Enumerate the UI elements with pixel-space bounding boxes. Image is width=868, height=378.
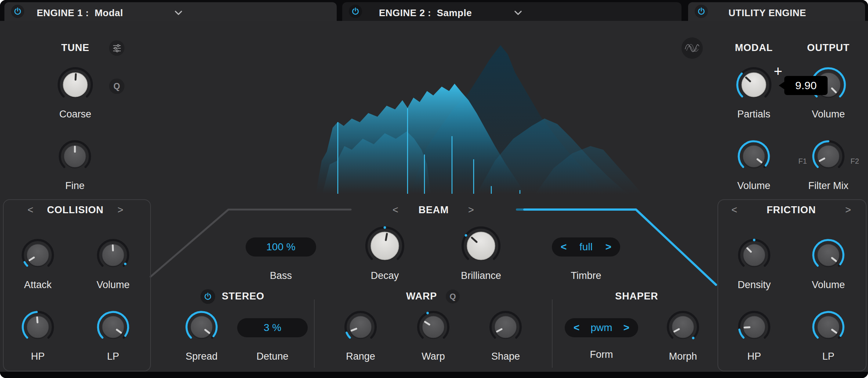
viz-mode-button[interactable] (681, 37, 703, 59)
chevron-down-icon[interactable] (174, 10, 182, 15)
chevron-down-icon[interactable] (514, 10, 522, 15)
shaper-section-title: SHAPER (615, 291, 658, 302)
detune-value: 3 % (264, 322, 281, 334)
collision-hp-knob[interactable] (19, 309, 56, 347)
wave-icon (681, 37, 703, 59)
friction-prev-button[interactable]: < (731, 204, 737, 216)
engine-2-power-button[interactable] (349, 5, 362, 18)
power-icon (203, 292, 212, 301)
fine-label: Fine (65, 180, 85, 192)
warp-shaper-divider (552, 299, 553, 368)
filter-mix-knob[interactable] (810, 138, 847, 176)
beam-section-title: BEAM (419, 204, 449, 216)
collision-hp-label: HP (31, 351, 45, 362)
morph-knob[interactable] (665, 309, 701, 347)
power-icon (13, 7, 22, 16)
brilliance-label: Brilliance (461, 270, 501, 281)
spread-label: Spread (185, 351, 217, 362)
spread-knob[interactable] (183, 309, 220, 347)
timbre-selector: < full > (552, 237, 620, 257)
power-icon (351, 7, 360, 16)
bottom-bar (0, 372, 868, 378)
timbre-next-button[interactable]: > (605, 241, 611, 253)
tab-engine-2[interactable]: ENGINE 2 : Sample (342, 2, 681, 21)
collision-attack-label: Attack (24, 279, 51, 291)
friction-hp-knob[interactable] (736, 309, 773, 347)
friction-volume-label: Volume (812, 279, 845, 291)
output-volume-label: Volume (812, 109, 845, 120)
decay-knob[interactable] (363, 224, 406, 269)
output-section-title: OUTPUT (807, 42, 850, 54)
collision-lp-knob[interactable] (95, 309, 131, 347)
brilliance-knob[interactable] (459, 224, 503, 269)
morph-label: Morph (669, 351, 697, 362)
partials-knob[interactable] (734, 65, 774, 106)
density-label: Density (738, 279, 771, 291)
tab-engine-1-label: ENGINE 1 : Modal (37, 7, 123, 19)
modal-engine-panel: ENGINE 1 : Modal ENGINE 2 : Sample UTILI… (0, 0, 868, 378)
partials-spectrum (316, 45, 642, 194)
plugin-window: ENGINE 1 : Modal ENGINE 2 : Sample UTILI… (0, 0, 868, 378)
stereo-power-button[interactable] (200, 289, 215, 304)
shape-knob[interactable] (487, 309, 524, 347)
filter-mix-label: Filter Mix (808, 180, 849, 192)
timbre-label: Timbre (571, 270, 601, 281)
bass-value: 100 % (266, 241, 295, 253)
value-tooltip: 9.90 (784, 76, 828, 95)
form-label: Form (590, 349, 613, 360)
detune-label: Detune (256, 351, 288, 362)
form-selector: < pwm > (565, 318, 638, 337)
warp-section-title: WARP (406, 291, 437, 302)
coarse-label: Coarse (59, 109, 91, 120)
utility-engine-power-button[interactable] (695, 5, 708, 18)
tune-quantize-button[interactable]: Q (109, 79, 124, 94)
utility-volume-label: Volume (737, 180, 770, 192)
friction-section-title: FRICTION (767, 204, 816, 216)
filter-mix-f1-label: F1 (798, 157, 807, 166)
friction-lp-knob[interactable] (810, 309, 847, 347)
tune-settings-button[interactable] (109, 40, 124, 56)
detune-value-field[interactable]: 3 % (237, 318, 308, 337)
timbre-value[interactable]: full (579, 241, 593, 253)
range-label: Range (346, 351, 375, 362)
collision-attack-knob[interactable] (19, 237, 56, 275)
tune-section-title: TUNE (61, 42, 90, 54)
shape-label: Shape (491, 351, 520, 362)
form-value[interactable]: pwm (590, 322, 612, 334)
partials-plus-indicator: + (774, 63, 782, 80)
timbre-prev-button[interactable]: < (561, 241, 567, 253)
stereo-section-title: STEREO (222, 291, 264, 302)
collision-volume-knob[interactable] (95, 237, 131, 275)
friction-next-button[interactable]: > (845, 204, 851, 216)
fine-knob[interactable] (57, 138, 93, 176)
warp-label: Warp (422, 351, 445, 362)
collision-prev-button[interactable]: < (28, 204, 33, 216)
bass-value-field[interactable]: 100 % (246, 237, 316, 257)
collision-section-title: COLLISION (47, 204, 104, 216)
engine-1-power-button[interactable] (11, 5, 24, 18)
tab-engine-1[interactable]: ENGINE 1 : Modal (4, 2, 337, 21)
friction-hp-label: HP (747, 351, 761, 362)
tab-utility-engine[interactable]: UTILITY ENGINE (688, 2, 865, 21)
engine-tab-bar: ENGINE 1 : Modal ENGINE 2 : Sample UTILI… (0, 0, 868, 21)
collision-volume-label: Volume (97, 279, 130, 291)
decay-label: Decay (371, 270, 399, 281)
form-next-button[interactable]: > (623, 322, 629, 334)
tooltip-value: 9.90 (795, 79, 817, 92)
form-prev-button[interactable]: < (574, 322, 579, 334)
density-knob[interactable] (736, 237, 773, 275)
coarse-knob[interactable] (55, 65, 95, 106)
filter-mix-f2-label: F2 (850, 157, 859, 166)
beam-prev-button[interactable]: < (393, 204, 398, 216)
warp-quantize-button[interactable]: Q (446, 290, 460, 304)
warp-knob[interactable] (415, 309, 452, 347)
collision-next-button[interactable]: > (117, 204, 123, 216)
friction-volume-knob[interactable] (810, 237, 847, 275)
power-icon (697, 7, 706, 16)
utility-volume-knob[interactable] (735, 138, 772, 176)
range-knob[interactable] (342, 309, 379, 347)
stereo-warp-divider (314, 299, 315, 368)
modal-section-title: MODAL (735, 42, 773, 54)
beam-next-button[interactable]: > (468, 204, 474, 216)
friction-lp-label: LP (822, 351, 834, 362)
